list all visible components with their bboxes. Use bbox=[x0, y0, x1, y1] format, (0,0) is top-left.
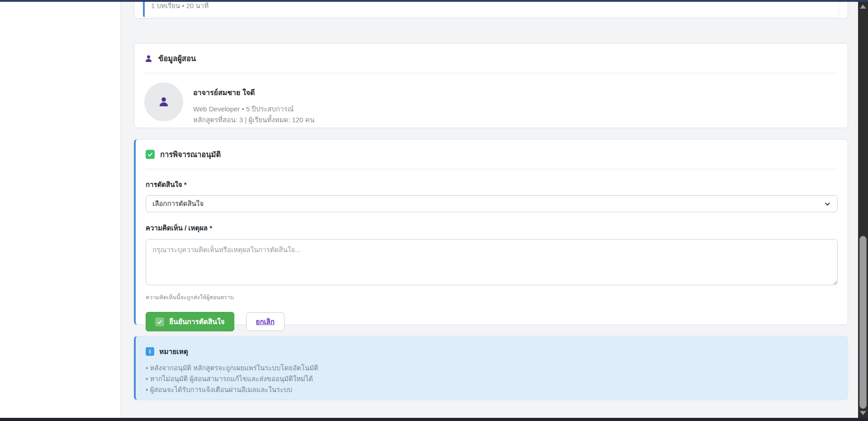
bottom-footer-edge bbox=[0, 418, 868, 421]
comment-textarea[interactable] bbox=[146, 239, 838, 285]
scrollbar-thumb[interactable] bbox=[859, 236, 867, 409]
note-card-title: หมายเหตุ bbox=[159, 346, 188, 357]
cancel-button-label: ยกเลิก bbox=[256, 316, 275, 327]
avatar-person-icon bbox=[158, 96, 170, 108]
content-column: 1 บทเรียน • 20 นาที ข้อมูลผู้สอน bbox=[134, 2, 848, 400]
scroll-down-button[interactable] bbox=[860, 411, 866, 415]
note-item: • หลังจากอนุมัติ หลักสูตรจะถูกเผยแพร่ในร… bbox=[146, 363, 838, 373]
instructor-name: อาจารย์สมชาย ใจดี bbox=[193, 87, 314, 98]
action-buttons-row: ยืนยันการตัดสินใจ ยกเลิก bbox=[146, 312, 838, 331]
approval-card: การพิจารณาอนุมัติ การตัดสินใจ * เลือกการ… bbox=[134, 139, 848, 325]
instructor-card-header: ข้อมูลผู้สอน bbox=[144, 43, 838, 73]
decision-select[interactable]: เลือกการตัดสินใจ bbox=[146, 195, 838, 212]
note-card: i หมายเหตุ • หลังจากอนุมัติ หลักสูตรจะถู… bbox=[134, 336, 848, 400]
vertical-scrollbar[interactable] bbox=[858, 2, 868, 418]
lesson-meta-text: 1 บทเรียน • 20 นาที bbox=[151, 2, 209, 11]
checkbox-checked-icon bbox=[146, 150, 155, 159]
instructor-role-line: Web Developer • 5 ปีประสบการณ์ bbox=[193, 104, 314, 115]
note-item: • หากไม่อนุมัติ ผู้สอนสามารถแก้ไขและส่งข… bbox=[146, 373, 838, 384]
main-content-area: 1 บทเรียน • 20 นาที ข้อมูลผู้สอน bbox=[121, 2, 858, 418]
approval-card-header: การพิจารณาอนุมัติ bbox=[146, 139, 838, 169]
instructor-info-card: ข้อมูลผู้สอน อาจารย์สมชาย ใจดี Web Devel… bbox=[134, 43, 848, 128]
instructor-card-title: ข้อมูลผู้สอน bbox=[158, 53, 196, 64]
decision-label: การตัดสินใจ * bbox=[146, 179, 838, 190]
instructor-avatar bbox=[144, 82, 183, 121]
top-navbar-edge bbox=[0, 0, 868, 2]
confirm-button-label: ยืนยันการตัดสินใจ bbox=[169, 316, 225, 327]
chevron-down-icon bbox=[824, 201, 831, 207]
instructor-text-block: อาจารย์สมชาย ใจดี Web Developer • 5 ปีปร… bbox=[193, 82, 314, 125]
comment-label: ความคิดเห็น / เหตุผล * bbox=[146, 223, 838, 234]
cancel-button[interactable]: ยกเลิก bbox=[246, 312, 285, 331]
comment-help-text: ความคิดเห็นนี้จะถูกส่งให้ผู้สอนทราบ bbox=[146, 293, 838, 302]
lesson-item: 1 บทเรียน • 20 นาที bbox=[143, 2, 839, 17]
note-item: • ผู้สอนจะได้รับการแจ้งเตือนผ่านอีเมลและ… bbox=[146, 384, 838, 395]
approval-card-title: การพิจารณาอนุมัติ bbox=[160, 148, 221, 160]
course-content-card-partial: 1 บทเรียน • 20 นาที bbox=[134, 2, 848, 19]
note-card-header: i หมายเหตุ bbox=[146, 346, 838, 357]
left-sidebar bbox=[0, 2, 121, 418]
instructor-stats-line: หลักสูตรที่สอน: 3 | ผู้เรียนทั้งหมด: 120… bbox=[193, 115, 314, 125]
confirm-decision-button[interactable]: ยืนยันการตัดสินใจ bbox=[146, 312, 234, 331]
scroll-up-button[interactable] bbox=[860, 5, 866, 9]
info-icon-glyph: i bbox=[149, 349, 151, 355]
check-icon bbox=[155, 317, 164, 326]
approval-form: การตัดสินใจ * เลือกการตัดสินใจ ความคิดเห… bbox=[136, 169, 848, 341]
note-items-list: • หลังจากอนุมัติ หลักสูตรจะถูกเผยแพร่ในร… bbox=[146, 363, 838, 395]
info-icon: i bbox=[146, 347, 154, 356]
person-icon bbox=[144, 54, 153, 63]
decision-select-value: เลือกการตัดสินใจ bbox=[152, 198, 204, 209]
instructor-details: อาจารย์สมชาย ใจดี Web Developer • 5 ปีปร… bbox=[134, 73, 848, 134]
